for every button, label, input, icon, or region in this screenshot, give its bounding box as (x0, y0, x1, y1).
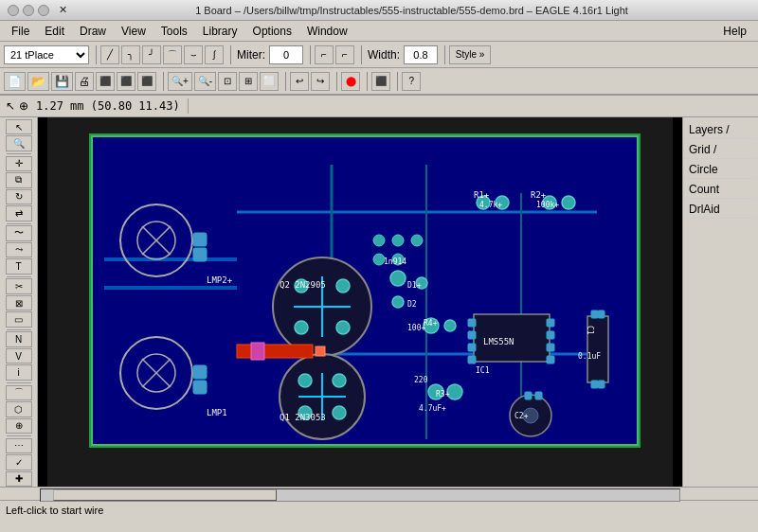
rp-layers[interactable]: Layers / (685, 121, 756, 139)
lt-delete[interactable]: ✂ (6, 278, 32, 293)
lt-drc[interactable]: ✓ (6, 454, 32, 470)
menu-file[interactable]: File (4, 24, 37, 39)
svg-rect-65 (251, 343, 264, 360)
svg-rect-42 (468, 319, 476, 327)
lt-pointer[interactable]: ↖ (6, 119, 32, 134)
sep-t2d (364, 72, 368, 91)
svg-rect-62 (535, 392, 542, 399)
menu-view[interactable]: View (114, 24, 153, 39)
svg-text:C1: C1 (586, 326, 594, 335)
width-label: Width: (366, 48, 402, 62)
tool-line[interactable]: ╱ (100, 45, 119, 64)
tb2-b4[interactable]: ⬜ (260, 72, 279, 91)
sep-t2b (282, 72, 286, 91)
menu-help[interactable]: Help (715, 24, 754, 39)
maximize-button[interactable] (38, 5, 49, 16)
tool-arc3[interactable]: ⌒ (163, 45, 182, 64)
tb2-help[interactable]: ? (402, 72, 421, 91)
close-button[interactable] (8, 5, 19, 16)
tool-spline[interactable]: ∫ (205, 45, 224, 64)
title-bar: ✕ 1 Board – /Users/billw/tmp/Instructabl… (0, 0, 758, 21)
svg-text:4.7k+: 4.7k+ (479, 201, 502, 209)
tb2-zoom-sel[interactable]: ⊞ (239, 72, 258, 91)
tb2-redo[interactable]: ↪ (311, 72, 330, 91)
tb2-zoom-out[interactable]: 🔍- (194, 72, 216, 91)
lt-via[interactable]: ⊕ (6, 418, 32, 434)
tb2-save[interactable]: 💾 (51, 72, 73, 91)
tool-arc1[interactable]: ╮ (121, 45, 140, 64)
hscrollbar[interactable] (40, 488, 680, 502)
svg-rect-21 (193, 381, 207, 394)
lt-rotate[interactable]: ↻ (6, 189, 32, 204)
tb2-b1[interactable]: ⬛ (96, 72, 115, 91)
svg-point-32 (298, 374, 312, 387)
tb2-open[interactable]: 📂 (27, 72, 49, 91)
tool-arc2[interactable]: ╯ (142, 45, 161, 64)
lt-name[interactable]: N (6, 331, 32, 346)
svg-text:0.1uF: 0.1uF (578, 352, 601, 361)
rp-grid[interactable]: Grid / (685, 141, 756, 159)
menu-options[interactable]: Options (245, 24, 299, 39)
lt-value[interactable]: V (6, 348, 32, 364)
minimize-button[interactable] (23, 5, 34, 16)
menu-tools[interactable]: Tools (153, 24, 195, 39)
svg-rect-46 (547, 319, 554, 327)
hscroll-thumb[interactable] (53, 489, 277, 501)
layer-select[interactable]: 21 tPlace (4, 45, 89, 64)
lt-zoom[interactable]: 🔍 (6, 135, 32, 151)
width-input[interactable] (404, 45, 438, 64)
tb2-stop[interactable]: ⬤ (341, 72, 360, 91)
svg-text:Q1  2N3053: Q1 2N3053 (280, 413, 326, 422)
lt-ratsnest[interactable]: ⋯ (6, 438, 32, 453)
tb2-new[interactable]: 📄 (4, 72, 26, 91)
miter-input[interactable] (269, 45, 303, 64)
rp-circle[interactable]: Circle (685, 161, 756, 179)
svg-rect-63 (237, 345, 313, 358)
rp-drlaid[interactable]: DrlAid (685, 201, 756, 219)
svg-text:220: 220 (414, 376, 428, 384)
tb2-zoom-in[interactable]: 🔍+ (168, 72, 192, 91)
lt-crosshair[interactable]: ✚ (6, 471, 32, 487)
pcb-svg: LMP2+ Q2 2N2905 R1+ R2+ 4.7k+ 100k+ 1n91… (38, 117, 682, 487)
lt-move[interactable]: ✛ (6, 156, 32, 171)
menu-library[interactable]: Library (195, 24, 245, 39)
tb2-print[interactable]: 🖨 (75, 72, 94, 91)
menu-draw[interactable]: Draw (72, 24, 114, 39)
style-button[interactable]: Style » (449, 45, 491, 64)
tb2-b3[interactable]: ⬛ (137, 72, 156, 91)
tool-flag1[interactable]: ⌐ (315, 45, 334, 64)
lt-arc[interactable]: ⌒ (6, 385, 32, 400)
tool-arc4[interactable]: ⌣ (184, 45, 203, 64)
hscroll-container (0, 487, 758, 500)
svg-text:1n914: 1n914 (384, 257, 406, 266)
tool-flag2[interactable]: ⌐ (335, 45, 354, 64)
svg-text:C2+: C2+ (514, 412, 529, 420)
lt-smash[interactable]: ⊠ (6, 295, 32, 310)
sep-t2c (334, 72, 337, 91)
svg-rect-20 (193, 365, 207, 379)
tb2-b5[interactable]: ⬛ (371, 72, 390, 91)
tb2-b2[interactable]: ⬛ (117, 72, 135, 91)
window-title: 1 Board – /Users/billw/tmp/Instructables… (73, 5, 750, 16)
content-row: ↖ 🔍 ✛ ⧉ ↻ ⇄ 〜 ⤳ T ✂ ⊠ ▭ N V i ⌒ ⬡ ⊕ ⋯ ✓ … (0, 117, 758, 487)
lt-text[interactable]: T (6, 258, 32, 274)
svg-rect-15 (193, 248, 207, 261)
lt-mirror[interactable]: ⇄ (6, 205, 32, 221)
lt-wire[interactable]: 〜 (6, 225, 32, 240)
tb2-undo[interactable]: ↩ (290, 72, 309, 91)
svg-text:IC1: IC1 (476, 366, 490, 375)
lt-sep4 (7, 329, 31, 330)
svg-rect-47 (547, 331, 554, 339)
lt-group[interactable]: ▭ (6, 311, 32, 327)
menu-window[interactable]: Window (299, 24, 355, 39)
menu-edit[interactable]: Edit (37, 24, 72, 39)
lt-copy[interactable]: ⧉ (6, 172, 32, 187)
canvas-area[interactable]: LMP2+ Q2 2N2905 R1+ R2+ 4.7k+ 100k+ 1n91… (38, 117, 682, 487)
lt-polygon[interactable]: ⬡ (6, 401, 32, 417)
svg-point-35 (333, 406, 346, 419)
lt-route[interactable]: ⤳ (6, 242, 32, 257)
toolbar1: 21 tPlace ╱ ╮ ╯ ⌒ ⌣ ∫ Miter: ⌐ ⌐ Width: … (0, 42, 758, 68)
rp-count[interactable]: Count (685, 181, 756, 199)
tb2-zoom-fit[interactable]: ⊡ (218, 72, 237, 91)
lt-info[interactable]: i (6, 364, 32, 380)
